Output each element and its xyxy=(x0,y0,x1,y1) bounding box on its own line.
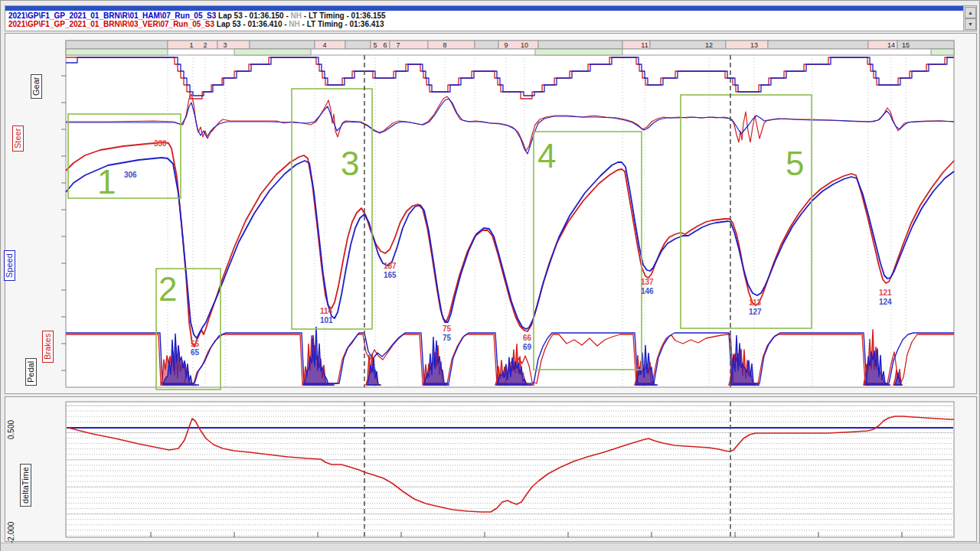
status-strip xyxy=(1,543,980,551)
telemetry-app-window: 2021\GP\F1_GP_2021_01_BRN\R\01_HAM\07_Ru… xyxy=(0,0,980,551)
lap-info-header-panel: 2021\GP\F1_GP_2021_01_BRN\R\01_HAM\07_Ru… xyxy=(5,5,977,31)
channel-label-speed: Speed xyxy=(4,250,15,281)
delta-axis-min: -2.000 xyxy=(7,522,15,543)
lt-timing-text: - LT Timing - 01:36.155 xyxy=(302,11,386,20)
lap-info-line-ver: 2021\GP\F1_GP_2021_01_BRN\R\03_VER\07_Ru… xyxy=(8,20,384,28)
lap-file-path: 2021\GP\F1_GP_2021_01_BRN\R\01_HAM\07_Ru… xyxy=(8,11,216,20)
lap-time-text: Lap 53 - 01:36.150 - xyxy=(216,11,290,20)
channel-label-gear: Gear xyxy=(31,74,42,99)
channel-label-steer: Steer xyxy=(12,126,24,152)
lap-time-text: Lap 53 - 01:36.410 - xyxy=(214,20,289,28)
lap-info-line-ham: 2021\GP\F1_GP_2021_01_BRN\R\01_HAM\07_Ru… xyxy=(8,11,386,20)
driver-initials: NH xyxy=(291,11,302,20)
channel-label-brakes: Brakes xyxy=(42,331,54,363)
delta-axis-max: 0.500 xyxy=(7,420,15,439)
lt-timing-text: - LT Timing - 01:36.413 xyxy=(300,20,384,28)
telemetry-main-chart-panel[interactable] xyxy=(5,33,977,394)
lap-file-path: 2021\GP\F1_GP_2021_01_BRN\R\03_VER\07_Ru… xyxy=(8,20,214,28)
header-title-bar xyxy=(5,6,964,11)
scroll-down-icon[interactable]: ▼ xyxy=(965,18,976,30)
channel-label-deltatime: deltaTime xyxy=(20,464,31,507)
driver-initials: NH xyxy=(289,20,299,28)
header-scrollbar[interactable]: ▲ ▼ xyxy=(963,6,976,31)
scroll-up-icon[interactable]: ▲ xyxy=(965,7,976,18)
delta-time-chart-panel[interactable] xyxy=(5,396,977,542)
channel-label-pedal: Pedal xyxy=(25,358,37,386)
